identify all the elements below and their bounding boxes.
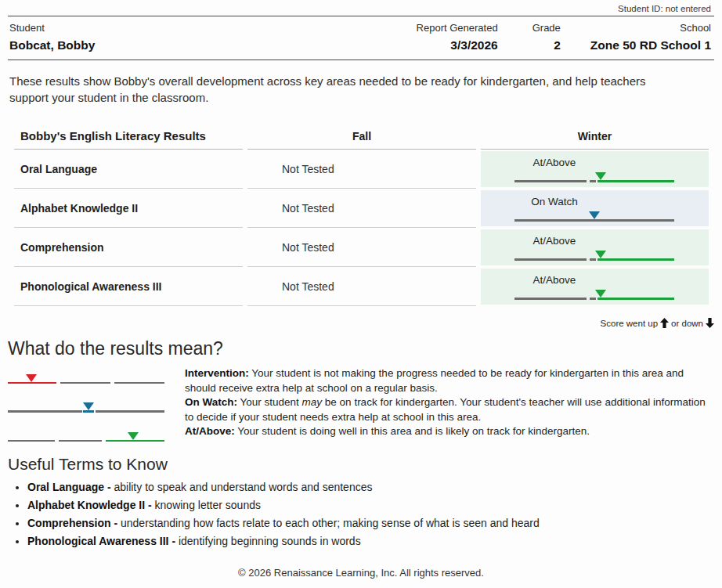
term-definition: identifying beginning sounds in words — [179, 535, 361, 547]
winter-result-cell: At/Above — [481, 150, 709, 189]
on-watch-gauge-icon — [8, 398, 164, 413]
list-item: Oral Language - ability to speak and und… — [27, 482, 722, 493]
term-definition: ability to speak and understand words an… — [114, 481, 372, 493]
gauge-gray-segment — [8, 410, 82, 413]
gauge-gray-segment — [59, 440, 102, 442]
gauge-green-segment — [106, 440, 164, 442]
student-report-page: Student ID: not entered Student Bobcat, … — [0, 0, 722, 588]
score-note-prefix: Score went up — [601, 319, 659, 328]
student-label: Student — [9, 22, 417, 34]
results-table-header: Bobby's English Literacy Results Fall Wi… — [14, 123, 709, 150]
term-definition: understanding how facts relate to each o… — [121, 517, 540, 529]
useful-terms-heading: Useful Terms to Know — [8, 455, 722, 474]
student-header: Student Bobcat, Bobby Report Generated 3… — [0, 16, 722, 60]
grade-label: Grade — [532, 22, 561, 34]
list-item: Phonological Awareness III - identifying… — [27, 536, 722, 547]
intro-paragraph: These results show Bobby's overall devel… — [9, 73, 688, 106]
area-label: Alphabet Knowledge II — [14, 189, 243, 228]
score-direction-note: Score went up or down — [0, 318, 714, 328]
term-name: Oral Language - — [27, 481, 114, 493]
winter-status-label: At/Above — [514, 235, 594, 247]
legend-term: Intervention: — [185, 367, 249, 379]
winter-status-label: On Watch — [514, 196, 594, 207]
gauge-dash-segment — [590, 180, 596, 182]
legend-description-italic: may — [302, 396, 323, 408]
table-row: Oral Language Not Tested At/Above — [14, 150, 709, 189]
score-note-middle: or down — [671, 319, 703, 328]
winter-status-card: At/Above — [481, 151, 709, 187]
copyright-footer: © 2026 Renaissance Learning, Inc. All ri… — [0, 567, 722, 579]
report-generated-value: 3/3/2026 — [417, 38, 498, 52]
score-gauge-at-above-icon — [514, 250, 674, 261]
gauge-marker-triangle-icon — [589, 211, 600, 219]
gauge-marker-triangle-icon — [595, 172, 606, 180]
list-item: Alphabet Knowledge II - knowing letter s… — [27, 500, 722, 511]
table-row: Alphabet Knowledge II Not Tested On Watc… — [14, 189, 709, 228]
legend-text: Intervention: Your student is not making… — [185, 366, 717, 395]
fall-result: Not Tested — [247, 228, 476, 267]
winter-status-card: At/Above — [481, 269, 709, 305]
score-gauge-at-above-icon — [514, 289, 674, 300]
score-gauge-at-above-icon — [514, 171, 674, 182]
winter-status-label: At/Above — [514, 157, 594, 168]
grade-value: 2 — [532, 38, 561, 52]
term-name: Comprehension - — [27, 517, 121, 529]
down-arrow-icon — [706, 318, 714, 328]
gauge-marker-triangle-icon — [83, 402, 94, 410]
legend-description: Your student — [237, 396, 302, 408]
fall-result: Not Tested — [247, 150, 476, 189]
report-generated-label: Report Generated — [417, 22, 498, 34]
table-row: Phonological Awareness III Not Tested At… — [14, 267, 709, 306]
student-id-note: Student ID: not entered — [0, 0, 722, 16]
gauge-marker-triangle-icon — [128, 432, 139, 440]
gauge-gray-segment — [514, 180, 587, 182]
legend-text: At/Above: Your student is doing well in … — [185, 424, 717, 439]
school-label: School — [590, 22, 711, 34]
gauge-gray-segment — [60, 382, 110, 384]
gauge-gray-segment — [514, 219, 674, 222]
legend-text: On Watch: Your student may be on track f… — [185, 395, 717, 424]
legend-list: Intervention: Your student is not making… — [8, 366, 717, 442]
table-row: Comprehension Not Tested At/Above — [14, 228, 709, 267]
winter-result-cell: On Watch — [481, 189, 709, 228]
gauge-dash-segment — [590, 298, 596, 300]
report-generated-column: Report Generated 3/3/2026 — [417, 22, 498, 52]
fall-result: Not Tested — [247, 267, 476, 306]
term-name: Alphabet Knowledge II - — [27, 499, 155, 511]
winter-result-cell: At/Above — [481, 267, 709, 306]
school-column: School Zone 50 RD School 1 — [590, 22, 711, 52]
student-column: Student Bobcat, Bobby — [9, 22, 417, 52]
intervention-gauge-icon — [8, 369, 164, 384]
term-name: Phonological Awareness III - — [27, 535, 179, 547]
gauge-gray-segment — [514, 298, 587, 300]
gauge-marker-triangle-icon — [595, 290, 606, 298]
column-header-winter: Winter — [481, 123, 709, 150]
up-arrow-icon — [660, 318, 669, 328]
gauge-red-segment — [8, 382, 56, 384]
terms-list: Oral Language - ability to speak and und… — [11, 482, 722, 547]
area-label: Phonological Awareness III — [14, 267, 243, 306]
legend-item-on-watch: On Watch: Your student may be on track f… — [8, 395, 717, 424]
winter-status-label: At/Above — [514, 274, 594, 286]
legend-term: At/Above: — [185, 425, 235, 437]
gauge-dash-segment — [590, 258, 596, 261]
legend-description: Your student is not making the progress … — [185, 367, 684, 394]
gauge-gray-segment — [114, 382, 164, 384]
winter-result-cell: At/Above — [481, 228, 709, 267]
list-item: Comprehension - understanding how facts … — [27, 518, 722, 529]
legend-item-at-above: At/Above: Your student is doing well in … — [8, 424, 717, 442]
fall-result: Not Tested — [247, 189, 476, 228]
gauge-gray-segment — [8, 440, 55, 442]
gauge-marker-triangle-icon — [26, 374, 37, 382]
gauge-green-segment — [597, 298, 674, 300]
gauge-marker-triangle-icon — [595, 251, 606, 258]
gauge-gray-segment — [96, 410, 164, 413]
grade-column: Grade 2 — [532, 22, 561, 52]
header-divider-bottom — [8, 60, 714, 60]
gauge-blue-segment — [83, 410, 94, 413]
results-meaning-heading: What do the results mean? — [8, 338, 722, 359]
student-name: Bobcat, Bobby — [9, 38, 417, 52]
legend-description: Your student is doing well in this area … — [235, 425, 590, 437]
gauge-green-segment — [597, 180, 674, 182]
school-value: Zone 50 RD School 1 — [590, 38, 711, 52]
